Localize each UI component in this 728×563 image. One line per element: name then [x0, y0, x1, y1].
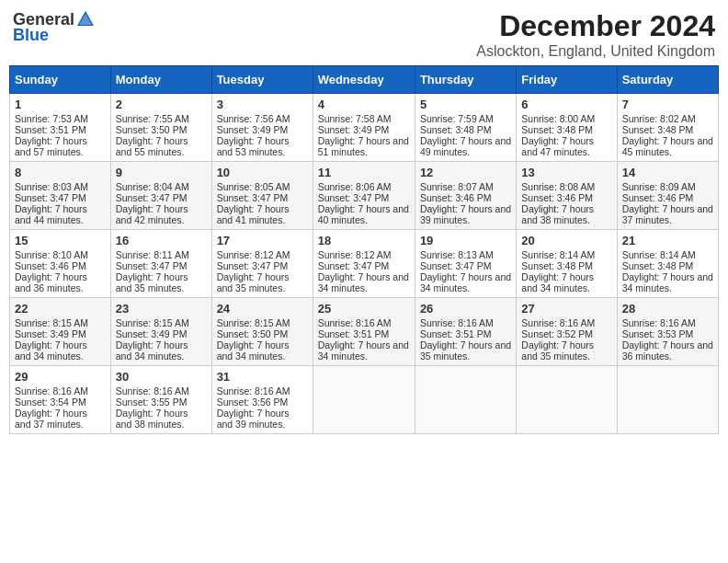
- calendar: SundayMondayTuesdayWednesdayThursdayFrid…: [9, 65, 719, 434]
- day-number: 15: [15, 234, 106, 247]
- day-number: 26: [420, 302, 511, 316]
- sunset-text: Sunset: 3:47 PM: [318, 260, 390, 271]
- sunrise-text: Sunrise: 8:03 AM: [15, 181, 88, 192]
- calendar-cell: 6 Sunrise: 8:00 AM Sunset: 3:48 PM Dayli…: [517, 94, 617, 162]
- sunset-text: Sunset: 3:50 PM: [116, 124, 188, 135]
- daylight-text: Daylight: 7 hours and 36 minutes.: [15, 271, 87, 293]
- day-number: 9: [116, 166, 207, 179]
- sunset-text: Sunset: 3:47 PM: [15, 192, 86, 203]
- daylight-text: Daylight: 7 hours and 55 minutes.: [116, 135, 188, 157]
- sunset-text: Sunset: 3:47 PM: [217, 260, 289, 271]
- day-number: 10: [217, 166, 308, 179]
- day-number: 23: [116, 302, 207, 316]
- sunset-text: Sunset: 3:47 PM: [420, 260, 492, 271]
- sunset-text: Sunset: 3:46 PM: [521, 192, 593, 203]
- daylight-text: Daylight: 7 hours and 39 minutes.: [420, 203, 511, 225]
- sunset-text: Sunset: 3:47 PM: [318, 192, 390, 203]
- sunset-text: Sunset: 3:48 PM: [420, 124, 492, 135]
- sunrise-text: Sunrise: 8:06 AM: [318, 181, 392, 192]
- daylight-text: Daylight: 7 hours and 34 minutes.: [116, 339, 188, 362]
- daylight-text: Daylight: 7 hours and 44 minutes.: [15, 203, 87, 225]
- day-number: 7: [622, 98, 713, 111]
- sunset-text: Sunset: 3:49 PM: [15, 328, 86, 339]
- calendar-cell: 22 Sunrise: 8:15 AM Sunset: 3:49 PM Dayl…: [10, 298, 111, 366]
- calendar-cell: 28 Sunrise: 8:16 AM Sunset: 3:53 PM Dayl…: [617, 298, 718, 366]
- day-number: 2: [116, 98, 207, 111]
- calendar-cell: 24 Sunrise: 8:15 AM Sunset: 3:50 PM Dayl…: [211, 298, 313, 366]
- calendar-cell: 12 Sunrise: 8:07 AM Sunset: 3:46 PM Dayl…: [415, 162, 516, 230]
- sunrise-text: Sunrise: 8:16 AM: [420, 317, 494, 328]
- calendar-week-row: 15 Sunrise: 8:10 AM Sunset: 3:46 PM Dayl…: [10, 230, 719, 298]
- calendar-cell: 25 Sunrise: 8:16 AM Sunset: 3:51 PM Dayl…: [313, 298, 415, 366]
- calendar-cell: 27 Sunrise: 8:16 AM Sunset: 3:52 PM Dayl…: [517, 298, 617, 366]
- daylight-text: Daylight: 7 hours and 34 minutes.: [420, 271, 511, 293]
- daylight-text: Daylight: 7 hours and 36 minutes.: [622, 339, 713, 362]
- day-header-friday: Friday: [517, 66, 617, 94]
- sunset-text: Sunset: 3:48 PM: [521, 124, 593, 135]
- sunset-text: Sunset: 3:49 PM: [318, 124, 390, 135]
- daylight-text: Daylight: 7 hours and 42 minutes.: [116, 203, 188, 225]
- daylight-text: Daylight: 7 hours and 35 minutes.: [217, 271, 290, 293]
- sunset-text: Sunset: 3:48 PM: [622, 124, 694, 135]
- sunrise-text: Sunrise: 8:16 AM: [622, 317, 696, 328]
- day-number: 28: [622, 302, 713, 316]
- calendar-cell: [313, 366, 415, 434]
- calendar-cell: 14 Sunrise: 8:09 AM Sunset: 3:46 PM Dayl…: [617, 162, 718, 230]
- sunrise-text: Sunrise: 8:09 AM: [622, 181, 696, 192]
- sunrise-text: Sunrise: 8:00 AM: [521, 113, 595, 124]
- calendar-cell: 19 Sunrise: 8:13 AM Sunset: 3:47 PM Dayl…: [415, 230, 516, 298]
- day-number: 3: [217, 98, 308, 111]
- calendar-cell: 10 Sunrise: 8:05 AM Sunset: 3:47 PM Dayl…: [211, 162, 313, 230]
- sunset-text: Sunset: 3:47 PM: [116, 192, 188, 203]
- daylight-text: Daylight: 7 hours and 41 minutes.: [217, 203, 290, 225]
- sunrise-text: Sunrise: 8:12 AM: [217, 249, 290, 260]
- daylight-text: Daylight: 7 hours and 38 minutes.: [521, 203, 594, 225]
- sunset-text: Sunset: 3:51 PM: [318, 328, 390, 339]
- calendar-cell: 29 Sunrise: 8:16 AM Sunset: 3:54 PM Dayl…: [10, 366, 111, 434]
- daylight-text: Daylight: 7 hours and 49 minutes.: [420, 135, 511, 157]
- calendar-cell: 3 Sunrise: 7:56 AM Sunset: 3:49 PM Dayli…: [211, 94, 313, 162]
- logo-blue: Blue: [13, 26, 49, 45]
- day-header-thursday: Thursday: [415, 66, 516, 94]
- daylight-text: Daylight: 7 hours and 51 minutes.: [318, 135, 409, 157]
- daylight-text: Daylight: 7 hours and 34 minutes.: [15, 339, 87, 362]
- sunset-text: Sunset: 3:48 PM: [521, 260, 593, 271]
- sunrise-text: Sunrise: 8:07 AM: [420, 181, 494, 192]
- calendar-cell: 18 Sunrise: 8:12 AM Sunset: 3:47 PM Dayl…: [313, 230, 415, 298]
- daylight-text: Daylight: 7 hours and 35 minutes.: [420, 339, 511, 362]
- calendar-cell: 23 Sunrise: 8:15 AM Sunset: 3:49 PM Dayl…: [110, 298, 211, 366]
- day-number: 18: [318, 234, 410, 247]
- sunset-text: Sunset: 3:51 PM: [420, 328, 492, 339]
- day-number: 8: [15, 166, 106, 179]
- day-number: 22: [15, 302, 106, 316]
- daylight-text: Daylight: 7 hours and 34 minutes.: [622, 271, 713, 293]
- logo: General Blue: [13, 9, 97, 45]
- sunrise-text: Sunrise: 7:58 AM: [318, 113, 392, 124]
- sunset-text: Sunset: 3:47 PM: [116, 260, 188, 271]
- daylight-text: Daylight: 7 hours and 35 minutes.: [116, 271, 188, 293]
- day-number: 29: [15, 370, 106, 384]
- sunrise-text: Sunrise: 8:04 AM: [116, 181, 189, 192]
- calendar-cell: 26 Sunrise: 8:16 AM Sunset: 3:51 PM Dayl…: [415, 298, 516, 366]
- day-number: 19: [420, 234, 511, 247]
- calendar-cell: 4 Sunrise: 7:58 AM Sunset: 3:49 PM Dayli…: [313, 94, 415, 162]
- calendar-cell: 5 Sunrise: 7:59 AM Sunset: 3:48 PM Dayli…: [415, 94, 516, 162]
- calendar-cell: 30 Sunrise: 8:16 AM Sunset: 3:55 PM Dayl…: [110, 366, 211, 434]
- day-number: 5: [420, 98, 511, 111]
- day-header-sunday: Sunday: [10, 66, 111, 94]
- sunset-text: Sunset: 3:51 PM: [15, 124, 86, 135]
- day-number: 12: [420, 166, 511, 179]
- daylight-text: Daylight: 7 hours and 34 minutes.: [318, 339, 409, 362]
- calendar-cell: [517, 366, 617, 434]
- daylight-text: Daylight: 7 hours and 34 minutes.: [521, 271, 594, 293]
- sunrise-text: Sunrise: 8:15 AM: [15, 317, 88, 328]
- calendar-cell: 7 Sunrise: 8:02 AM Sunset: 3:48 PM Dayli…: [617, 94, 718, 162]
- sunset-text: Sunset: 3:46 PM: [15, 260, 86, 271]
- sunrise-text: Sunrise: 8:14 AM: [622, 249, 696, 260]
- sunrise-text: Sunrise: 8:08 AM: [521, 181, 595, 192]
- sunset-text: Sunset: 3:47 PM: [217, 192, 289, 203]
- page-subtitle: Aslockton, England, United Kingdom: [476, 43, 715, 60]
- sunset-text: Sunset: 3:56 PM: [217, 396, 289, 408]
- sunrise-text: Sunrise: 8:12 AM: [318, 249, 392, 260]
- sunrise-text: Sunrise: 7:53 AM: [15, 113, 88, 124]
